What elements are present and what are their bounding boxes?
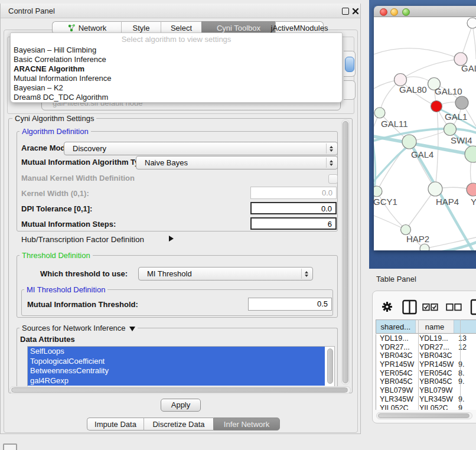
manual-kernel-checkbox[interactable] — [328, 174, 338, 184]
close-icon[interactable] — [352, 8, 359, 15]
algorithm-option-bayesian-hill-climbing[interactable]: Bayesian – Hill Climbing — [11, 45, 342, 55]
table-row[interactable]: YBR045CYBR045C9. — [376, 377, 476, 386]
box-fragment — [344, 80, 356, 100]
attribute-item-selfloops[interactable]: SelfLoops — [28, 347, 325, 357]
kernel-width-field[interactable]: 0.0 — [250, 187, 337, 199]
mi-algorithm-label: Mutual Information Algorithm Type: — [21, 158, 151, 167]
kernel-width-label: Kernel Width (0,1): — [21, 189, 89, 198]
deselect-all-checkboxes-icon[interactable] — [446, 303, 462, 311]
algorithm-option-aracne-algorithm[interactable]: ARACNE Algorithm — [11, 64, 342, 74]
data-attributes-list[interactable]: SelfLoopsTopologicalCoefficientBetweenne… — [27, 346, 335, 387]
algorithm-option-mutual-information-inference[interactable]: Mutual Information Inference — [11, 74, 342, 83]
algorithm-option-bayesian-k2[interactable]: Bayesian – K2 — [11, 83, 342, 93]
network-node-gal4[interactable] — [402, 135, 416, 149]
network-node-gal11[interactable] — [374, 107, 385, 118]
table-body[interactable]: YDL19...YDL19...13YDR27...YDR27...12YBR0… — [376, 334, 476, 410]
dpi-tolerance-field[interactable]: 0.0 — [250, 202, 337, 214]
table-row[interactable]: YBL079WYBL079W — [376, 386, 476, 395]
network-node[interactable] — [467, 18, 476, 28]
table-row[interactable]: YDL19...YDL19...13 — [376, 334, 476, 343]
table-cell: 13 — [455, 334, 476, 343]
table-cell: YIL052C — [376, 404, 416, 410]
network-canvas[interactable]: GALGAL80GAL10GAL1SWI4GAL11GAL4GCY1HAP4YH… — [374, 17, 476, 250]
network-node-swi4[interactable] — [444, 123, 457, 136]
settings-vscrollbar-thumb[interactable] — [343, 121, 348, 383]
attribute-item-gal4rgexp[interactable]: gal4RGexp — [28, 376, 325, 386]
file-icon[interactable] — [470, 299, 476, 315]
network-edge[interactable] — [472, 25, 476, 59]
mi-steps-field[interactable]: 6 — [250, 217, 337, 230]
network-node-hap4[interactable] — [428, 182, 442, 196]
node-label: Y — [471, 197, 476, 207]
table-header-row[interactable]: shared...name — [376, 319, 476, 334]
bottom-tab-discretize-data[interactable]: Discretize Data — [144, 418, 213, 431]
network-graph[interactable]: GALGAL80GAL10GAL1SWI4GAL11GAL4GCY1HAP4YH… — [374, 17, 476, 250]
settings-hscrollbar[interactable] — [9, 386, 351, 394]
column-header-shared-[interactable]: shared... — [376, 320, 416, 333]
algorithm-option-basic-correlation-inference[interactable]: Basic Correlation Inference — [11, 55, 342, 64]
columns-icon[interactable] — [402, 299, 417, 315]
settings-hscrollbar-thumb[interactable] — [11, 387, 348, 393]
algorithm-list: Bayesian – Hill ClimbingBasic Correlatio… — [11, 45, 342, 102]
which-threshold-value: MI Threshold — [147, 269, 192, 278]
aracne-mode-value: Discovery — [73, 144, 106, 153]
zoom-window-icon[interactable] — [402, 8, 410, 16]
column-header-name[interactable]: name — [416, 320, 455, 333]
table-cell: YLR345W — [416, 395, 455, 404]
float-panel-icon[interactable] — [342, 8, 349, 15]
bottom-tab-impute-data[interactable]: Impute Data — [87, 418, 144, 431]
table-hscrollbar-thumb[interactable] — [378, 413, 470, 418]
table-cell: YER054C — [376, 369, 416, 378]
which-threshold-label: Which threshold to use: — [40, 269, 128, 278]
table-row[interactable]: YDR27...YDR27...12 — [376, 343, 476, 352]
node-label: GAL10 — [435, 86, 462, 96]
table-cell: YBR045C — [376, 377, 416, 386]
apply-button[interactable]: Apply — [161, 399, 201, 412]
hub-section-label[interactable]: Hub/Transcription Factor Definition — [21, 235, 144, 244]
cyni-settings-title: Cyni Algorithm Settings — [12, 114, 96, 123]
algorithm-option-dream8-dc-tdc-algorithm[interactable]: Dream8 DC_TDC Algorithm — [11, 93, 342, 102]
attribute-item-topologicalcoefficient[interactable]: TopologicalCoefficient — [28, 357, 325, 367]
data-attributes-label: Data Attributes — [20, 335, 75, 344]
table-row[interactable]: YIL052CYIL052C9 — [376, 404, 476, 410]
mi-algorithm-combo[interactable]: Naive Bayes — [136, 156, 338, 169]
table-row[interactable]: YPR145WYPR145W9. — [376, 360, 476, 369]
network-edge[interactable] — [406, 189, 435, 230]
which-threshold-combo[interactable]: MI Threshold — [138, 267, 313, 281]
mi-threshold-field[interactable]: 0.5 — [248, 298, 332, 311]
table-cell — [455, 386, 476, 395]
table-hscrollbar[interactable] — [376, 412, 472, 419]
minimize-window-icon[interactable] — [390, 8, 398, 16]
settings-vscrollbar[interactable] — [341, 119, 350, 385]
network-node-gal1[interactable] — [431, 101, 442, 112]
expand-right-icon[interactable] — [169, 236, 174, 242]
gear-icon[interactable] — [382, 301, 393, 312]
aracne-mode-combo[interactable]: Discovery — [64, 142, 338, 155]
combo-spinner-fragment[interactable] — [345, 57, 354, 72]
attribute-item-betweennesscentrality[interactable]: BetweennessCentrality — [28, 366, 325, 376]
network-node-hap2[interactable] — [401, 225, 411, 235]
network-window-titlebar[interactable] — [374, 6, 476, 17]
mi-algorithm-value: Naive Bayes — [145, 158, 188, 167]
table-row[interactable]: YER054CYER054C8. — [376, 369, 476, 378]
table-row[interactable]: YBR043CYBR043C — [376, 351, 476, 360]
table-row[interactable]: YLR345WYLR345W9. — [376, 395, 476, 404]
column-divider — [460, 319, 461, 410]
bottom-tab-infer-network[interactable]: Infer Network — [213, 418, 280, 431]
select-all-checkboxes-icon[interactable] — [422, 303, 438, 311]
close-window-icon[interactable] — [380, 8, 387, 16]
network-node[interactable] — [455, 96, 468, 109]
network-node[interactable] — [420, 244, 429, 250]
mi-steps-label: Mutual Information Steps: — [21, 220, 116, 229]
network-node-gcy1[interactable] — [374, 186, 382, 197]
list-scrollbar-thumb[interactable] — [327, 348, 333, 384]
column-header-extra[interactable] — [454, 320, 476, 333]
network-icon — [67, 24, 76, 32]
network-node-y[interactable] — [467, 183, 476, 196]
column-divider — [418, 319, 419, 410]
table-cell: YDR27... — [416, 343, 455, 352]
dock-panel-icon[interactable] — [3, 444, 17, 450]
collapse-down-icon[interactable] — [129, 327, 135, 331]
network-edge[interactable] — [374, 48, 461, 59]
network-node[interactable] — [465, 146, 476, 162]
